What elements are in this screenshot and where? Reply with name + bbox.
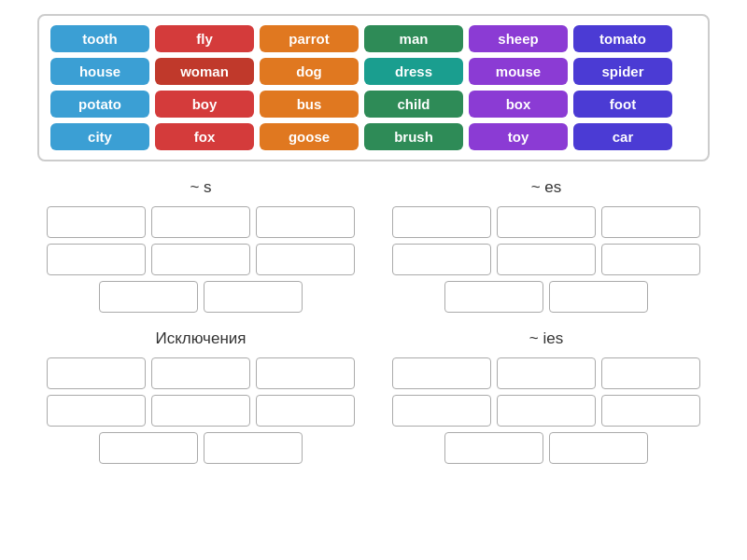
- word-chip[interactable]: fly: [155, 25, 254, 52]
- word-bank-row: housewomandogdressmousespider: [50, 58, 697, 85]
- section-s-exceptions: ~ s Исключения: [37, 178, 364, 464]
- drop-cell[interactable]: [444, 281, 543, 313]
- word-chip[interactable]: goose: [260, 123, 359, 150]
- drop-cell[interactable]: [151, 395, 250, 427]
- drop-cell[interactable]: [256, 357, 355, 389]
- word-chip[interactable]: foot: [573, 91, 672, 118]
- word-chip[interactable]: bus: [260, 91, 359, 118]
- drop-cell[interactable]: [444, 432, 543, 464]
- word-bank-row: toothflyparrotmansheeptomato: [50, 25, 697, 52]
- word-chip[interactable]: fox: [155, 123, 254, 150]
- drop-cell[interactable]: [497, 244, 596, 275]
- drop-cell[interactable]: [47, 395, 146, 427]
- drop-cell[interactable]: [392, 395, 491, 427]
- section-exceptions-title: Исключения: [37, 329, 364, 348]
- drop-cell[interactable]: [392, 357, 491, 389]
- word-chip[interactable]: box: [469, 91, 568, 118]
- word-bank-row: potatoboybuschildboxfoot: [50, 91, 697, 118]
- drop-cell[interactable]: [99, 281, 198, 313]
- drop-row: [383, 395, 710, 427]
- word-bank: toothflyparrotmansheeptomatohousewomando…: [37, 14, 710, 161]
- word-chip[interactable]: boy: [155, 91, 254, 118]
- drop-cell[interactable]: [601, 206, 700, 238]
- drop-cell[interactable]: [601, 244, 700, 275]
- word-chip[interactable]: toy: [469, 123, 568, 150]
- sections-container: ~ s Исключения: [37, 178, 710, 464]
- word-chip[interactable]: mouse: [469, 58, 568, 85]
- drop-cell[interactable]: [204, 432, 303, 464]
- drop-row: [383, 357, 710, 389]
- drop-cell[interactable]: [47, 357, 146, 389]
- word-chip[interactable]: parrot: [260, 25, 359, 52]
- drop-cell[interactable]: [47, 244, 146, 275]
- drop-cell[interactable]: [256, 206, 355, 238]
- section-ies-title: ~ ies: [383, 329, 710, 348]
- section-exceptions: Исключения: [37, 329, 364, 464]
- drop-cell[interactable]: [47, 206, 146, 238]
- drop-row: [383, 244, 710, 275]
- word-chip[interactable]: dog: [260, 58, 359, 85]
- word-chip[interactable]: dress: [364, 58, 463, 85]
- drop-row: [383, 206, 710, 238]
- section-s-title: ~ s: [37, 178, 364, 197]
- section-es-title: ~ es: [383, 178, 710, 197]
- drop-row: [37, 244, 364, 275]
- drop-cell[interactable]: [256, 395, 355, 427]
- drop-cell[interactable]: [151, 357, 250, 389]
- word-chip[interactable]: house: [50, 58, 149, 85]
- drop-cell[interactable]: [497, 395, 596, 427]
- word-chip[interactable]: woman: [155, 58, 254, 85]
- drop-cell[interactable]: [601, 357, 700, 389]
- drop-row: [37, 281, 364, 313]
- drop-cell[interactable]: [601, 395, 700, 427]
- word-chip[interactable]: spider: [573, 58, 672, 85]
- main-container: toothflyparrotmansheeptomatohousewomando…: [0, 0, 747, 478]
- drop-row: [383, 281, 710, 313]
- word-chip[interactable]: city: [50, 123, 149, 150]
- drop-area-exceptions: [37, 357, 364, 464]
- drop-area-s: [37, 206, 364, 313]
- word-chip[interactable]: tooth: [50, 25, 149, 52]
- drop-row: [37, 206, 364, 238]
- drop-area-ies: [383, 357, 710, 464]
- word-bank-row: cityfoxgoosebrushtoycar: [50, 123, 697, 150]
- word-chip[interactable]: child: [364, 91, 463, 118]
- word-chip[interactable]: brush: [364, 123, 463, 150]
- drop-row: [37, 432, 364, 464]
- drop-cell[interactable]: [151, 244, 250, 275]
- drop-cell[interactable]: [204, 281, 303, 313]
- word-chip[interactable]: sheep: [469, 25, 568, 52]
- drop-row: [383, 432, 710, 464]
- drop-cell[interactable]: [151, 206, 250, 238]
- drop-cell[interactable]: [497, 357, 596, 389]
- word-chip[interactable]: potato: [50, 91, 149, 118]
- drop-cell[interactable]: [549, 432, 648, 464]
- drop-cell[interactable]: [392, 206, 491, 238]
- word-chip[interactable]: tomato: [573, 25, 672, 52]
- section-es-ies: ~ es ~ ies: [383, 178, 710, 464]
- drop-cell[interactable]: [256, 244, 355, 275]
- drop-cell[interactable]: [497, 206, 596, 238]
- drop-cell[interactable]: [99, 432, 198, 464]
- drop-row: [37, 395, 364, 427]
- section-ies: ~ ies: [383, 329, 710, 464]
- drop-row: [37, 357, 364, 389]
- word-chip[interactable]: car: [573, 123, 672, 150]
- drop-cell[interactable]: [392, 244, 491, 275]
- word-chip[interactable]: man: [364, 25, 463, 52]
- drop-area-es: [383, 206, 710, 313]
- drop-cell[interactable]: [549, 281, 648, 313]
